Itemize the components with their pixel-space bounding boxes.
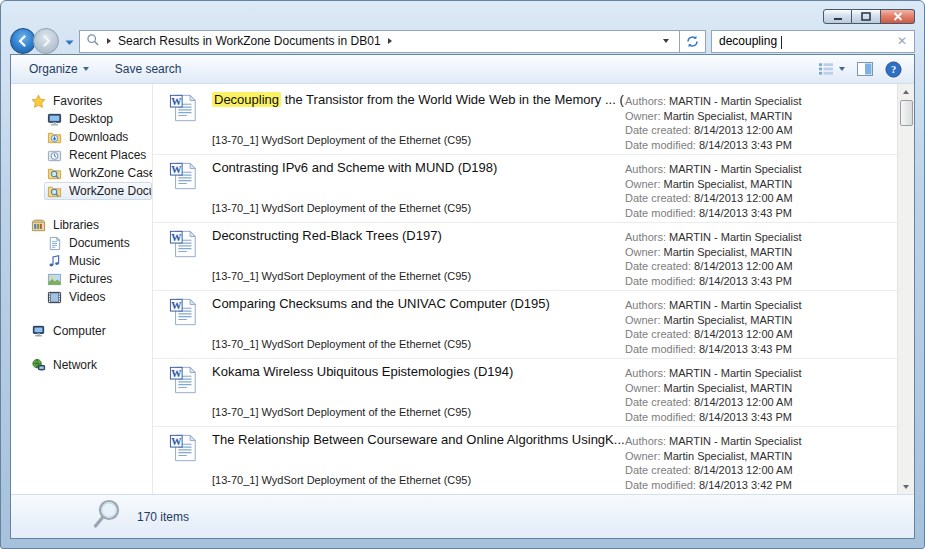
scrollbar-thumb[interactable] [900,100,913,126]
meta-line-date-created: Date created: 8/14/2013 12:00 AM [625,327,893,342]
sidebar-item-label: Libraries [53,218,99,232]
sidebar-item-computer[interactable]: Computer [11,322,152,340]
meta-line-authors: Authors: MARTIN - Martin Specialist [625,162,893,177]
sidebar-item-label: Computer [53,324,106,338]
sidebar-item-label: WorkZone Documen [69,184,152,198]
breadcrumb-arrow-icon[interactable] [388,38,392,44]
search-results-list: WDecoupling the Transistor from the Worl… [153,84,897,494]
meta-line-date-modified: Date modified: 8/14/2013 3:43 PM [625,342,893,357]
result-title: Deconstructing Red-Black Trees (D197) [212,228,625,243]
result-metadata: Authors: MARTIN - Martin SpecialistOwner… [625,432,893,494]
sidebar-item-label: Downloads [69,130,128,144]
result-metadata: Authors: MARTIN - Martin SpecialistOwner… [625,228,893,290]
sidebar-item-recent-places[interactable]: Recent Places [11,146,152,164]
address-bar-group: Search Results in WorkZone Documents in … [79,30,706,53]
word-document-icon: W [169,296,201,358]
scroll-down-button[interactable] [898,479,914,494]
refresh-button[interactable] [680,30,706,53]
svg-text:W: W [171,300,182,311]
organize-label: Organize [29,62,78,76]
word-document-icon: W [169,92,201,154]
sidebar-item-label: WorkZone Cases in I [69,166,152,180]
sidebar-item-libraries[interactable]: Libraries [11,216,152,234]
organize-button[interactable]: Organize [23,58,95,80]
chevron-down-icon [83,67,89,71]
result-case-reference: [13-70_1] WydSort Deployment of the Ethe… [212,134,625,146]
word-document-icon: W [169,160,201,222]
save-search-button[interactable]: Save search [109,58,188,80]
sidebar-item-workzone-documen[interactable]: WorkZone Documen [44,182,152,200]
result-row[interactable]: WContrasting IPv6 and Scheme with MUND (… [153,155,897,223]
music-icon [47,253,63,269]
meta-line-owner: Owner: Martin Specialist, MARTIN [625,109,893,124]
sidebar-item-downloads[interactable]: Downloads [11,128,152,146]
meta-line-owner: Owner: Martin Specialist, MARTIN [625,381,893,396]
search-folder-icon [47,165,63,181]
favorites-star-icon [31,93,47,109]
videos-icon [47,289,63,305]
meta-line-authors: Authors: MARTIN - Martin Specialist [625,434,893,449]
result-title: The Relationship Between Courseware and … [212,432,625,447]
scroll-up-button[interactable] [898,84,914,99]
chevron-down-icon [839,67,845,71]
change-view-button[interactable] [818,62,845,76]
result-row[interactable]: WThe Relationship Between Courseware and… [153,427,897,494]
meta-line-owner: Owner: Martin Specialist, MARTIN [625,245,893,260]
navigation-pane: FavoritesDesktopDownloadsRecent PlacesWo… [11,84,153,494]
vertical-scrollbar[interactable] [897,84,914,494]
minimize-button[interactable] [823,9,852,24]
result-row[interactable]: WComparing Checksums and the UNIVAC Comp… [153,291,897,359]
sidebar-item-favorites[interactable]: Favorites [11,92,152,110]
sidebar-item-pictures[interactable]: Pictures [11,270,152,288]
result-row[interactable]: WDeconstructing Red-Black Trees (D197)[1… [153,223,897,291]
sidebar-item-label: Network [53,358,97,372]
sidebar-item-desktop[interactable]: Desktop [11,110,152,128]
meta-line-owner: Owner: Martin Specialist, MARTIN [625,177,893,192]
computer-icon [31,323,47,339]
items-count: 170 items [137,510,189,524]
sidebar-item-documents[interactable]: Documents [11,234,152,252]
meta-line-authors: Authors: MARTIN - Martin Specialist [625,298,893,313]
sidebar-item-workzone-cases-in-i[interactable]: WorkZone Cases in I [11,164,152,182]
desktop-icon [47,111,63,127]
recent-pages-dropdown-icon[interactable] [65,32,74,50]
sidebar-item-label: Pictures [69,272,112,286]
sidebar-item-label: Documents [69,236,130,250]
meta-line-date-modified: Date modified: 8/14/2013 3:42 PM [625,478,893,493]
forward-button[interactable] [33,28,59,54]
preview-pane-button[interactable] [857,62,873,76]
search-input[interactable] [719,34,893,48]
meta-line-date-created: Date created: 8/14/2013 12:00 AM [625,123,893,138]
breadcrumb-arrow-icon[interactable] [107,38,111,44]
content-frame: Organize Save search ? FavoritesDe [10,54,915,539]
address-bar[interactable]: Search Results in WorkZone Documents in … [79,30,680,53]
svg-text:W: W [171,368,182,379]
svg-text:W: W [171,164,182,175]
meta-line-date-modified: Date modified: 8/14/2013 3:43 PM [625,410,893,425]
result-row[interactable]: WKokama Wireless Ubiquitous Epistemologi… [153,359,897,427]
sidebar-item-label: Favorites [53,94,102,108]
result-metadata: Authors: MARTIN - Martin SpecialistOwner… [625,364,893,426]
result-metadata: Authors: MARTIN - Martin SpecialistOwner… [625,160,893,222]
result-row[interactable]: WDecoupling the Transistor from the Worl… [153,87,897,155]
maximize-button[interactable] [852,9,881,24]
address-dropdown-icon[interactable] [659,39,673,43]
command-toolbar: Organize Save search ? [11,55,914,84]
word-document-icon: W [169,364,201,426]
navigation-bar: Search Results in WorkZone Documents in … [10,28,915,54]
views-icon [818,62,834,76]
document-icon [47,235,63,251]
result-case-reference: [13-70_1] WydSort Deployment of the Ethe… [212,202,625,214]
help-button[interactable]: ? [885,61,902,78]
sidebar-item-network[interactable]: Network [11,356,152,374]
sidebar-item-music[interactable]: Music [11,252,152,270]
clear-search-icon[interactable]: ✕ [897,35,907,47]
sidebar-item-videos[interactable]: Videos [11,288,152,306]
breadcrumb[interactable]: Search Results in WorkZone Documents in … [118,34,381,48]
meta-line-date-created: Date created: 8/14/2013 12:00 AM [625,191,893,206]
close-button[interactable] [881,9,915,24]
sidebar-item-label: Recent Places [69,148,146,162]
svg-text:?: ? [891,64,896,75]
explorer-window: Search Results in WorkZone Documents in … [0,0,925,549]
result-title: Kokama Wireless Ubiquitous Epistemologie… [212,364,625,379]
